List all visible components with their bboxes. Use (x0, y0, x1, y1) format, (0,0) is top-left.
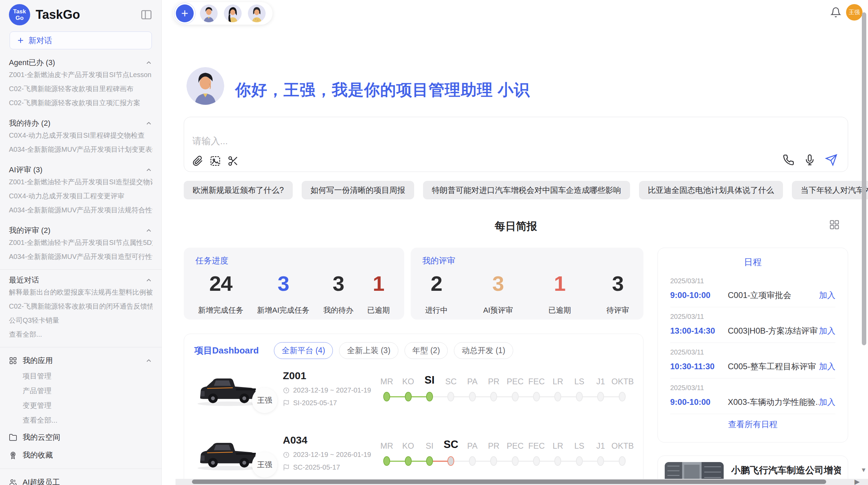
section-title: 我的待办 (2) (9, 118, 50, 128)
avatar[interactable] (248, 4, 266, 22)
chevron-up-icon (145, 166, 153, 174)
user-avatar[interactable]: 王强 (846, 4, 863, 21)
attachment-icon[interactable] (192, 155, 203, 167)
sidebar-item-ai-super-staff[interactable]: AI超级员工 (9, 474, 153, 485)
section-recent-chats[interactable]: 最近对话 (9, 275, 153, 285)
milestone-label: OKTB (611, 377, 634, 386)
users-icon (9, 478, 17, 485)
event-time: 9:00-10:00 (670, 290, 728, 300)
tab-model-year[interactable]: 年型 (2) (405, 342, 448, 359)
recent-chat-item[interactable]: C02-飞腾新能源轻客改款项目的闭环通告反馈情况 (9, 299, 153, 313)
app-item-project-mgmt[interactable]: 项目管理 (23, 369, 153, 383)
message-input[interactable] (192, 135, 707, 159)
avatar[interactable] (224, 4, 242, 22)
list-item[interactable]: C02-飞腾新能源轻客改款项目里程碑画布 (9, 82, 153, 96)
scissors-icon[interactable] (227, 155, 239, 167)
chevron-up-icon (145, 357, 153, 364)
scroll-right-arrow[interactable]: ▶ (855, 477, 860, 485)
list-item[interactable]: C0X4-动力总成开发项目工程变更评审 (9, 189, 153, 203)
milestone-track: MR KO SI SC PA PR PEC FEC LR LS J1 OKTB (376, 369, 633, 402)
apps-view-all-link[interactable]: 查看全部... (23, 413, 153, 427)
milestone-dot (619, 456, 626, 466)
section-ai-review[interactable]: AI评审 (3) (9, 165, 153, 175)
milestone-label: OKTB (611, 441, 634, 450)
stat: 2 进行中 (425, 271, 448, 315)
project-row[interactable]: 王强 A034 2023-12-19 ~ 2026-01-19 SC-2025-… (194, 434, 633, 485)
view-all-schedule-link[interactable]: 查看所有日程 (670, 419, 835, 430)
project-date-range: 2023-12-19 ~ 2027-01-19 (293, 386, 371, 394)
suggestion-chip[interactable]: 比亚迪全固态电池计划具体说了什么 (639, 181, 783, 199)
sidebar-collapse-icon[interactable] (140, 9, 153, 21)
section-agent-done[interactable]: Agent已办 (3) (9, 58, 153, 68)
plus-icon (17, 37, 24, 44)
stat: 24 新增完成任务 (198, 271, 243, 315)
schedule-event: 2025/03/11 9:00-10:00 X003-车辆动力学性能验... 加… (670, 378, 835, 414)
vertical-scrollbar-thumb[interactable] (862, 12, 866, 345)
project-milestone-date: SI-2025-05-17 (293, 399, 337, 407)
sidebar-item-favorites[interactable]: 我的收藏 (9, 447, 153, 463)
milestone-dot (383, 392, 390, 401)
project-code: A034 (283, 434, 376, 446)
notifications-bell-icon[interactable] (830, 7, 841, 18)
stat: 3 待评审 (606, 271, 629, 315)
join-link[interactable]: 加入 (819, 397, 835, 408)
event-name: C005-整车工程目标评审 (728, 361, 819, 372)
join-link[interactable]: 加入 (819, 361, 835, 372)
list-item[interactable]: A034-全新新能源MUV产品开发项目计划变更表编写 (9, 142, 153, 157)
stat: 1 已逾期 (367, 271, 390, 315)
logo-line1: Task (13, 8, 26, 15)
chevron-up-icon (145, 120, 153, 127)
stat: 3 AI预评审 (483, 271, 513, 315)
list-item[interactable]: Z001-全新燃油轻卡产品开发项目SI节点属性5D文件评审 (9, 236, 153, 250)
suggestion-chip[interactable]: 当下年轻人对汽车外观有怎样的喜好趋势 (792, 181, 868, 199)
join-link[interactable]: 加入 (819, 290, 835, 301)
sidebar-item-my-apps[interactable]: 我的应用 (9, 353, 153, 369)
milestone-label: J1 (596, 377, 605, 386)
suggestion-chip[interactable]: 欧洲新规最近颁布了什么? (184, 181, 293, 199)
project-row[interactable]: 王强 Z001 2023-12-19 ~ 2027-01-19 SI-2025-… (194, 369, 633, 423)
section-my-todo[interactable]: 我的待办 (2) (9, 118, 153, 128)
image-icon[interactable] (209, 155, 221, 167)
milestone-label: PR (488, 441, 499, 450)
tab-all-new-body[interactable]: 全新上装 (3) (339, 342, 398, 359)
suggestion-chip[interactable]: 如何写一份清晰的项目周报 (302, 181, 414, 199)
horizontal-scrollbar-track[interactable]: ▶ (176, 479, 868, 485)
sidebar-item-cloud-space[interactable]: 我的云空间 (9, 430, 153, 445)
new-chat-button[interactable]: 新对话 (10, 32, 152, 49)
list-item[interactable]: Z001-全新燃油轻卡产品开发项目SI造型提交物评审 (9, 175, 153, 189)
milestone-dot (469, 456, 476, 466)
join-link[interactable]: 加入 (819, 325, 835, 336)
app-item-product-mgmt[interactable]: 产品管理 (23, 383, 153, 398)
phone-call-icon[interactable] (783, 154, 794, 166)
daily-briefing-title: 每日简报 (184, 219, 848, 234)
card-title: 任务进度 (195, 255, 393, 266)
section-my-review[interactable]: 我的评审 (2) (9, 225, 153, 236)
list-item[interactable]: C0X4-动力总成开发项目SI里程碑提交物检查 (9, 128, 153, 142)
divider (0, 269, 161, 270)
layout-grid-icon[interactable] (829, 219, 840, 230)
app-item-change-mgmt[interactable]: 变更管理 (23, 398, 153, 413)
recent-chat-item[interactable]: 公司Q3轻卡销量 (9, 313, 153, 327)
list-item[interactable]: A034-全新新能源MUV产品开发项目造型可行性评审 (9, 250, 153, 264)
list-item[interactable]: Z001-全新燃油皮卡产品开发项目SI节点Lesson Learn报告 (9, 68, 153, 82)
milestone-dot (383, 456, 390, 466)
milestone-dot (576, 392, 583, 401)
project-milestone-date: SC-2025-05-17 (293, 463, 340, 471)
tab-all-new-platform[interactable]: 全新平台 (4) (274, 342, 333, 359)
send-icon[interactable] (825, 154, 837, 166)
milestone-dot (533, 392, 540, 401)
scroll-down-arrow[interactable]: ▼ (860, 467, 867, 474)
tab-powertrain-dev[interactable]: 动总开发 (1) (454, 342, 513, 359)
sidebar-header: Task Go TaskGo (9, 0, 153, 29)
add-conversation-button[interactable] (176, 4, 194, 22)
list-item[interactable]: C02-飞腾新能源轻客改款项目立项汇报方案 (9, 96, 153, 110)
avatar[interactable] (200, 4, 218, 22)
list-item[interactable]: A034-全新新能源MUV产品开发项目法规符合性评审 (9, 203, 153, 217)
greeting-text: 你好，王强，我是你的项目管理助理 小识 (235, 79, 530, 101)
horizontal-scrollbar-thumb[interactable] (192, 480, 826, 484)
recent-view-all-link[interactable]: 查看全部... (9, 327, 153, 341)
recent-chat-item[interactable]: 解释最新出台的欧盟报废车法规再生塑料比例被调至15%... (9, 285, 153, 299)
suggestion-chip[interactable]: 特朗普可能对进口汽车增税会对中国车企造成哪些影响 (423, 181, 630, 199)
sidebar-item-label: 我的应用 (23, 356, 53, 366)
microphone-icon[interactable] (804, 154, 816, 166)
